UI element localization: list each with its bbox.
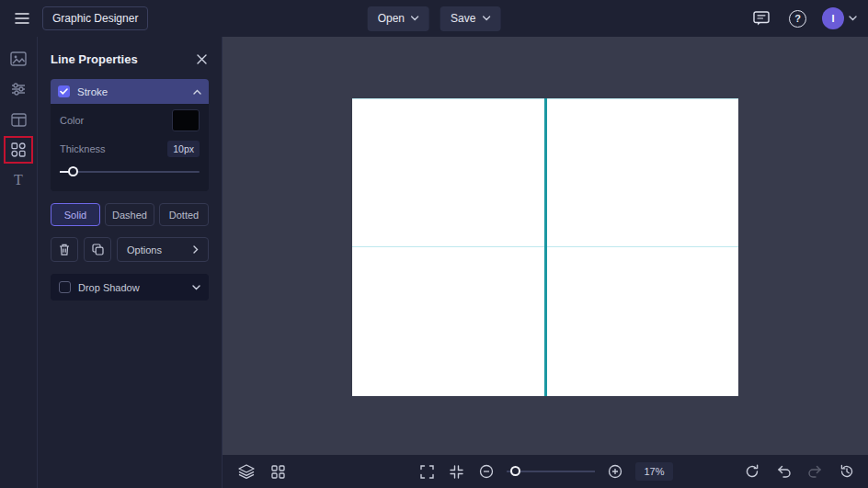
artboard[interactable]: [352, 98, 738, 396]
fit-to-screen-button[interactable]: [447, 462, 466, 482]
topbar-center: Open Save: [368, 6, 501, 31]
expand-icon: [420, 465, 434, 479]
chevron-up-icon: [193, 89, 201, 95]
stroke-color-swatch[interactable]: [172, 109, 200, 131]
avatar: I: [822, 7, 844, 29]
active-tool-highlight: [4, 136, 33, 164]
zoom-slider-thumb[interactable]: [510, 466, 520, 476]
thickness-value[interactable]: 10px: [167, 141, 200, 157]
stroke-section-header[interactable]: Stroke: [51, 79, 209, 104]
drop-shadow-checkbox[interactable]: [59, 281, 71, 293]
zoom-in-button[interactable]: [605, 461, 625, 482]
grid-icon: [271, 465, 285, 479]
reset-view-button[interactable]: [742, 461, 762, 482]
feedback-button[interactable]: [749, 7, 773, 29]
redo-icon: [808, 465, 822, 478]
hamburger-icon: [15, 12, 29, 25]
close-panel-button[interactable]: [195, 52, 209, 66]
trash-icon: [59, 244, 70, 255]
panel-title-row: Line Properties: [51, 49, 209, 69]
sliders-icon: [11, 82, 26, 96]
rail-item-images[interactable]: [9, 51, 28, 67]
drop-shadow-label: Drop Shadow: [78, 282, 185, 293]
rail-item-adjustments[interactable]: [9, 81, 28, 97]
stroke-section: Stroke Color Thickness 10px: [51, 79, 209, 191]
save-button[interactable]: Save: [440, 6, 500, 31]
style-solid-button[interactable]: Solid: [51, 203, 100, 226]
chevron-down-icon: [482, 16, 490, 21]
image-icon: [10, 51, 27, 66]
minus-circle-icon: [479, 464, 494, 479]
help-button[interactable]: ?: [785, 6, 810, 31]
line-object[interactable]: [544, 98, 547, 396]
panel-title: Line Properties: [51, 52, 138, 66]
thickness-label: Thickness: [60, 143, 106, 154]
thickness-row: Thickness 10px: [60, 134, 200, 163]
slider-thumb[interactable]: [68, 166, 78, 176]
options-button[interactable]: Options: [117, 237, 209, 262]
drop-shadow-row[interactable]: Drop Shadow: [51, 274, 209, 301]
undo-button[interactable]: [774, 462, 794, 481]
zoom-out-button[interactable]: [476, 461, 497, 482]
redo-button[interactable]: [805, 462, 825, 481]
topbar-right: ? I: [749, 6, 857, 31]
account-menu[interactable]: I: [822, 7, 857, 29]
stroke-section-label: Stroke: [77, 86, 186, 97]
sync-icon: [745, 464, 760, 479]
zoom-controls: 17%: [417, 461, 672, 482]
comment-icon: [753, 11, 770, 26]
topbar: Graphic Designer Open Save ? I: [0, 0, 868, 37]
zoom-slider[interactable]: [507, 465, 595, 478]
rail-item-templates[interactable]: [9, 111, 28, 128]
duplicate-button[interactable]: [84, 237, 111, 262]
grid-view-button[interactable]: [268, 462, 288, 482]
check-icon: [60, 88, 68, 95]
zoom-level-value[interactable]: 17%: [635, 462, 672, 481]
stroke-section-body: Color Thickness 10px: [51, 104, 209, 191]
app-window: Graphic Designer Open Save ? I: [0, 0, 868, 488]
rail-item-text[interactable]: T: [9, 172, 28, 188]
plus-circle-icon: [608, 464, 622, 479]
chevron-down-icon: [192, 285, 200, 290]
copy-icon: [92, 244, 104, 255]
shapes-icon: [11, 142, 26, 157]
layers-button[interactable]: [235, 461, 257, 482]
line-properties-panel: Line Properties Stroke Color Thickness: [38, 37, 223, 488]
bottombar-left: [235, 461, 288, 482]
chevron-right-icon: [193, 245, 199, 254]
tool-rail: T: [0, 37, 38, 488]
stroke-checkbox[interactable]: [58, 85, 70, 97]
app-title: Graphic Designer: [42, 6, 148, 30]
fullscreen-button[interactable]: [417, 462, 437, 482]
close-icon: [197, 54, 207, 64]
topbar-left: Graphic Designer: [0, 6, 148, 30]
delete-button[interactable]: [51, 237, 78, 262]
history-button[interactable]: [837, 461, 857, 482]
open-button-label: Open: [378, 12, 405, 25]
color-row: Color: [60, 106, 200, 134]
object-tools-row: Options: [51, 237, 209, 262]
layout-icon: [11, 113, 27, 127]
options-button-label: Options: [127, 244, 162, 255]
slider-track: [60, 171, 200, 173]
undo-icon: [777, 465, 791, 478]
style-dashed-button[interactable]: Dashed: [105, 203, 154, 226]
open-button[interactable]: Open: [368, 6, 429, 31]
compress-icon: [450, 465, 463, 479]
save-button-label: Save: [451, 12, 475, 25]
help-icon: ?: [789, 10, 806, 28]
app-title-label: Graphic Designer: [52, 12, 138, 25]
style-dotted-button[interactable]: Dotted: [159, 203, 209, 226]
canvas-area[interactable]: [223, 37, 868, 455]
text-tool-icon: T: [14, 173, 23, 187]
history-icon: [839, 464, 854, 479]
line-style-segment: Solid Dashed Dotted: [51, 203, 209, 226]
chevron-down-icon: [849, 16, 857, 21]
rail-item-shapes[interactable]: [9, 142, 28, 158]
thickness-slider[interactable]: [60, 165, 200, 178]
layers-icon: [238, 464, 255, 479]
bottombar: 17%: [223, 455, 868, 488]
history-controls: [742, 461, 857, 482]
chevron-down-icon: [411, 16, 419, 21]
menu-button[interactable]: [11, 8, 33, 28]
